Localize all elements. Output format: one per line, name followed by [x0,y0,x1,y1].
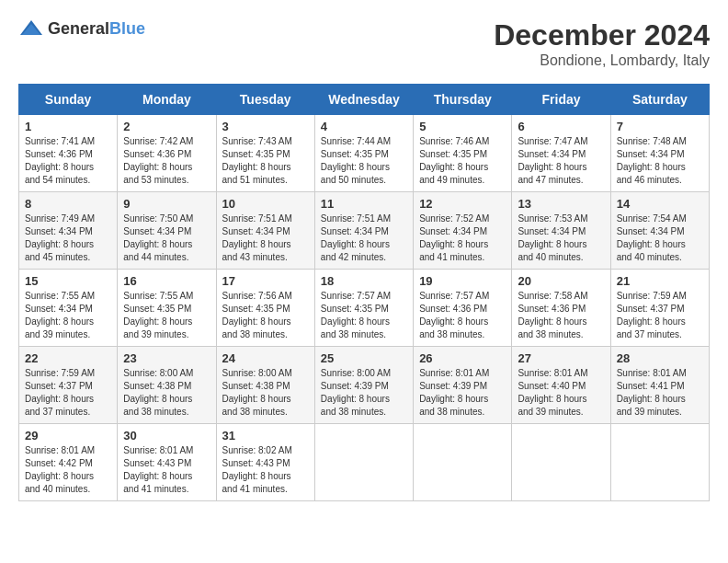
calendar-cell: 1 Sunrise: 7:41 AMSunset: 4:36 PMDayligh… [19,115,118,192]
day-info: Sunrise: 7:44 AMSunset: 4:35 PMDaylight:… [321,136,391,185]
calendar-cell: 12 Sunrise: 7:52 AMSunset: 4:34 PMDaylig… [414,192,512,270]
day-info: Sunrise: 7:56 AMSunset: 4:35 PMDaylight:… [222,291,292,339]
month-title: December 2024 [494,18,710,52]
day-info: Sunrise: 7:50 AMSunset: 4:34 PMDaylight:… [123,213,193,262]
calendar-week-row: 15 Sunrise: 7:55 AMSunset: 4:34 PMDaylig… [19,270,710,347]
day-number: 31 [222,429,309,442]
weekday-header-thursday: Thursday [414,85,512,115]
calendar-cell: 7 Sunrise: 7:48 AMSunset: 4:34 PMDayligh… [610,115,709,192]
calendar-cell: 2 Sunrise: 7:42 AMSunset: 4:36 PMDayligh… [118,115,216,192]
location-title: Bondione, Lombardy, Italy [494,52,710,69]
day-number: 1 [25,120,111,133]
calendar-cell: 14 Sunrise: 7:54 AMSunset: 4:34 PMDaylig… [610,192,709,270]
title-area: December 2024 Bondione, Lombardy, Italy [494,18,710,69]
calendar-cell [512,424,610,501]
day-info: Sunrise: 7:42 AMSunset: 4:36 PMDaylight:… [123,136,193,185]
calendar-cell: 27 Sunrise: 8:01 AMSunset: 4:40 PMDaylig… [512,347,610,424]
day-number: 8 [25,197,111,211]
weekday-header-tuesday: Tuesday [216,85,314,115]
calendar-cell [610,424,709,501]
calendar-cell: 13 Sunrise: 7:53 AMSunset: 4:34 PMDaylig… [512,192,610,270]
day-number: 14 [617,197,703,211]
day-info: Sunrise: 7:43 AMSunset: 4:35 PMDaylight:… [222,136,292,185]
day-info: Sunrise: 7:48 AMSunset: 4:34 PMDaylight:… [617,136,687,185]
day-info: Sunrise: 7:57 AMSunset: 4:36 PMDaylight:… [419,291,489,339]
calendar-cell: 18 Sunrise: 7:57 AMSunset: 4:35 PMDaylig… [314,270,413,347]
day-number: 2 [123,120,210,133]
day-number: 9 [123,197,210,211]
day-number: 5 [419,120,506,133]
day-info: Sunrise: 7:55 AMSunset: 4:34 PMDaylight:… [25,291,95,339]
day-number: 3 [222,120,309,133]
day-number: 27 [518,351,604,365]
calendar-cell: 17 Sunrise: 7:56 AMSunset: 4:35 PMDaylig… [216,270,314,347]
calendar-cell: 15 Sunrise: 7:55 AMSunset: 4:34 PMDaylig… [19,270,118,347]
calendar-table: SundayMondayTuesdayWednesdayThursdayFrid… [18,84,710,501]
day-info: Sunrise: 7:55 AMSunset: 4:35 PMDaylight:… [123,291,193,339]
day-info: Sunrise: 7:47 AMSunset: 4:34 PMDaylight:… [518,136,587,185]
day-info: Sunrise: 7:41 AMSunset: 4:36 PMDaylight:… [25,136,95,185]
weekday-header-saturday: Saturday [610,85,709,115]
day-info: Sunrise: 7:49 AMSunset: 4:34 PMDaylight:… [25,213,95,262]
day-number: 12 [419,197,506,211]
weekday-header-wednesday: Wednesday [314,85,413,115]
calendar-cell: 26 Sunrise: 8:01 AMSunset: 4:39 PMDaylig… [414,347,512,424]
day-info: Sunrise: 7:57 AMSunset: 4:35 PMDaylight:… [321,291,391,339]
day-number: 28 [617,351,703,365]
day-info: Sunrise: 8:00 AMSunset: 4:39 PMDaylight:… [321,368,391,417]
calendar-cell: 10 Sunrise: 7:51 AMSunset: 4:34 PMDaylig… [216,192,314,270]
calendar-cell: 11 Sunrise: 7:51 AMSunset: 4:34 PMDaylig… [314,192,413,270]
calendar-week-row: 29 Sunrise: 8:01 AMSunset: 4:42 PMDaylig… [19,424,710,501]
day-number: 11 [321,197,407,211]
calendar-cell: 19 Sunrise: 7:57 AMSunset: 4:36 PMDaylig… [414,270,512,347]
day-info: Sunrise: 7:51 AMSunset: 4:34 PMDaylight:… [222,213,292,262]
day-number: 6 [518,120,604,133]
calendar-cell: 16 Sunrise: 7:55 AMSunset: 4:35 PMDaylig… [118,270,216,347]
day-info: Sunrise: 7:52 AMSunset: 4:34 PMDaylight:… [419,213,489,262]
calendar-cell: 21 Sunrise: 7:59 AMSunset: 4:37 PMDaylig… [610,270,709,347]
day-number: 22 [25,351,111,365]
day-info: Sunrise: 7:51 AMSunset: 4:34 PMDaylight:… [321,213,391,262]
day-number: 21 [617,274,703,288]
weekday-header-monday: Monday [118,85,216,115]
day-info: Sunrise: 7:54 AMSunset: 4:34 PMDaylight:… [617,213,687,262]
day-number: 23 [123,351,210,365]
calendar-week-row: 1 Sunrise: 7:41 AMSunset: 4:36 PMDayligh… [19,115,710,192]
logo-icon [18,18,44,39]
day-number: 29 [25,429,111,442]
day-info: Sunrise: 7:59 AMSunset: 4:37 PMDaylight:… [617,291,687,339]
day-info: Sunrise: 7:46 AMSunset: 4:35 PMDaylight:… [419,136,489,185]
day-number: 20 [518,274,604,288]
calendar-cell: 9 Sunrise: 7:50 AMSunset: 4:34 PMDayligh… [118,192,216,270]
day-info: Sunrise: 8:02 AMSunset: 4:43 PMDaylight:… [222,445,292,494]
day-number: 4 [321,120,407,133]
day-number: 13 [518,197,604,211]
weekday-header-sunday: Sunday [19,85,118,115]
day-info: Sunrise: 8:00 AMSunset: 4:38 PMDaylight:… [123,368,193,417]
day-info: Sunrise: 7:53 AMSunset: 4:34 PMDaylight:… [518,213,587,262]
calendar-cell: 28 Sunrise: 8:01 AMSunset: 4:41 PMDaylig… [610,347,709,424]
day-number: 7 [617,120,703,133]
day-number: 26 [419,351,506,365]
calendar-cell: 30 Sunrise: 8:01 AMSunset: 4:43 PMDaylig… [118,424,216,501]
day-number: 15 [25,274,111,288]
weekday-header-friday: Friday [512,85,610,115]
calendar-cell [314,424,413,501]
calendar-cell: 6 Sunrise: 7:47 AMSunset: 4:34 PMDayligh… [512,115,610,192]
day-number: 24 [222,351,309,365]
logo: GeneralBlue [18,18,145,39]
page-header: GeneralBlue December 2024 Bondione, Lomb… [18,18,710,69]
logo-blue: Blue [109,19,145,38]
day-number: 18 [321,274,407,288]
day-number: 30 [123,429,210,442]
calendar-week-row: 8 Sunrise: 7:49 AMSunset: 4:34 PMDayligh… [19,192,710,270]
calendar-cell: 5 Sunrise: 7:46 AMSunset: 4:35 PMDayligh… [414,115,512,192]
calendar-cell [414,424,512,501]
calendar-cell: 3 Sunrise: 7:43 AMSunset: 4:35 PMDayligh… [216,115,314,192]
day-info: Sunrise: 8:01 AMSunset: 4:39 PMDaylight:… [419,368,489,417]
day-number: 10 [222,197,309,211]
day-info: Sunrise: 8:01 AMSunset: 4:40 PMDaylight:… [518,368,587,417]
day-number: 17 [222,274,309,288]
calendar-cell: 31 Sunrise: 8:02 AMSunset: 4:43 PMDaylig… [216,424,314,501]
day-info: Sunrise: 8:01 AMSunset: 4:43 PMDaylight:… [123,445,193,494]
